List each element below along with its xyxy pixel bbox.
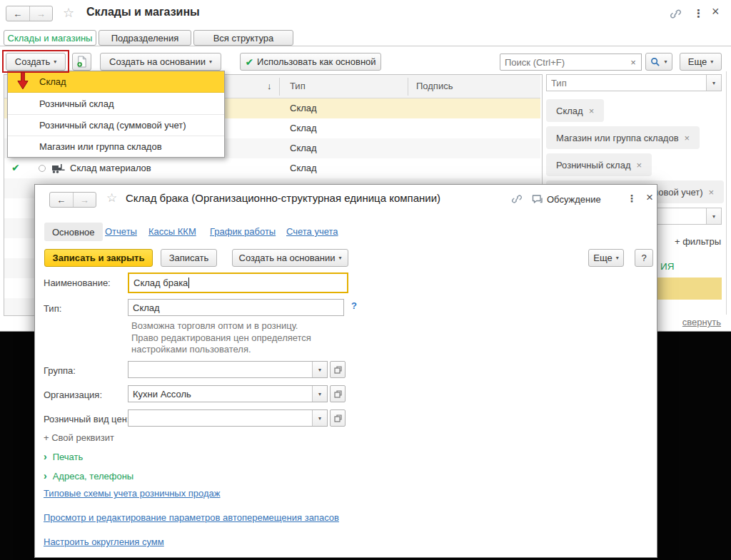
forward-arrow-icon[interactable]: → [74,193,96,207]
forward-arrow-icon[interactable]: → [30,6,53,21]
dialog-history-nav: ← → [49,192,96,208]
group-combobox[interactable]: ▾ [128,361,328,378]
search-button[interactable]: ▾ [645,53,672,71]
chevron-down-icon[interactable]: ▾ [312,386,327,402]
chevron-down-icon[interactable]: ▾ [706,208,721,224]
panel-divider [726,71,727,315]
tab-label: Основное [52,227,95,238]
cell-type: Склад [290,163,317,173]
use-as-main-button[interactable]: ✔ Использовать как основной [240,53,381,71]
organization-open-button[interactable] [330,385,346,402]
group-open-button[interactable] [330,361,346,378]
create-based-on-button[interactable]: Создать на основании▾ [100,53,221,71]
chip-label: Склад [556,106,583,116]
name-field-label: Наименование: [44,278,111,288]
save-button[interactable]: Записать [161,249,217,267]
back-arrow-icon[interactable]: ← [50,193,74,207]
filter-type-input[interactable] [547,75,707,91]
type-hint: Возможна торговля оптом и в розницу. Пра… [131,320,311,356]
chevron-right-icon: › [44,451,47,462]
menu-item-retail-sum[interactable]: Розничный склад (суммовой учет) [8,114,224,136]
save-and-close-button[interactable]: Записать и закрыть [44,249,153,267]
tab-departments[interactable]: Подразделения [99,30,191,46]
link-icon[interactable] [670,9,682,19]
chevron-down-icon[interactable]: ▾ [312,410,327,426]
column-header-type[interactable]: Тип [290,81,306,91]
back-arrow-icon[interactable]: ← [6,6,30,21]
retail-price-open-button[interactable] [330,409,346,427]
filter-type-combobox[interactable]: ▾ [546,74,722,91]
radio-icon[interactable] [39,165,46,172]
tab-whole-structure[interactable]: Вся структура [193,30,293,46]
auto-move-params-link[interactable]: Просмотр и редактирование параметров авт… [44,512,339,523]
dialog-tab-main[interactable]: Основное [44,223,103,241]
table-row[interactable]: ✔ Склад материалов Склад [4,158,540,178]
section-print[interactable]: › Печать [44,451,83,462]
kebab-menu-icon[interactable]: ⋮ [627,193,637,204]
organization-field-label: Организация: [44,390,102,400]
tab-warehouses-and-shops[interactable]: Склады и магазины [4,30,96,46]
tab-label: Склады и магазины [8,33,93,44]
menu-item-shop-group[interactable]: Магазин или группа складов [8,136,224,157]
chip-remove-icon[interactable]: × [685,133,690,143]
more-button[interactable]: Еще▾ [680,53,722,71]
retail-price-field-label: Розничный вид цен: [44,414,129,424]
type-field[interactable]: Склад [128,299,344,316]
retail-schemes-link[interactable]: Типовые схемы учета розничных продаж [44,488,221,499]
magnifier-icon [650,57,660,67]
close-dialog-icon[interactable]: × [646,190,653,205]
type-help-icon[interactable]: ? [351,300,357,311]
organization-combobox[interactable]: Кухни Ассоль ▾ [128,385,328,402]
filter-chip-sklad[interactable]: Склад × [546,99,604,122]
more-button[interactable]: Еще▾ [588,249,624,267]
chip-remove-icon[interactable]: × [589,106,595,116]
group-field-label: Группа: [44,365,76,376]
menu-item-label: Магазин или группа складов [39,141,162,152]
column-header-signature[interactable]: Подпись [416,81,453,91]
favorite-star-icon[interactable]: ☆ [106,190,117,205]
section-addresses[interactable]: › Адреса, телефоны [44,470,133,482]
chevron-down-icon[interactable]: ▾ [312,362,327,377]
custom-attribute-link[interactable]: + Свой реквизит [44,432,114,443]
cell-type: Склад [290,103,317,113]
dialog-nav-accounts[interactable]: Счета учета [286,226,338,237]
text-cursor [188,278,189,288]
search-clear-button[interactable]: × [625,54,642,71]
collapse-link[interactable]: свернуть [682,317,721,327]
create-based-on-button[interactable]: Создать на основании▾ [232,249,348,267]
create-based-label: Создать на основании [239,253,336,263]
dialog-nav-kkm[interactable]: Кассы ККМ [148,226,196,237]
column-divider [408,78,408,96]
filter-chip-retail[interactable]: Розничный склад × [546,153,652,176]
add-filters-link[interactable]: + фильтры [675,236,721,247]
favorite-star-icon[interactable]: ☆ [63,5,74,21]
create-new-item-button[interactable] [72,53,91,71]
tab-label: Подразделения [111,33,179,44]
menu-item-sklad[interactable]: Склад [8,71,224,93]
partial-section-heading: ИЯ [660,261,674,272]
filter-chip-shop-group[interactable]: Магазин или группа складов × [546,126,700,149]
history-nav: ← → [6,6,53,21]
cell-type: Склад [290,123,317,133]
hint-line: настройками пользователя. [131,344,311,356]
chevron-down-icon: ▾ [338,255,341,261]
sort-down-icon[interactable]: ↓ [267,81,272,91]
retail-price-combobox[interactable]: ▾ [128,409,328,427]
dialog-nav-reports[interactable]: Отчеты [105,226,137,237]
chevron-down-icon[interactable]: ▾ [706,75,721,91]
dialog-nav-schedule[interactable]: График работы [210,226,276,237]
chip-remove-icon[interactable]: × [709,187,715,198]
discussion-bubble-icon[interactable] [531,194,543,205]
rounding-settings-link[interactable]: Настроить округления сумм [44,536,164,547]
link-icon[interactable] [511,194,523,204]
name-field[interactable]: Склад брака [128,273,348,293]
search-input[interactable] [500,54,626,71]
discussion-label[interactable]: Обсуждение [547,194,601,205]
menu-item-retail[interactable]: Розничный склад [8,93,224,114]
chip-remove-icon[interactable]: × [637,160,642,170]
kebab-menu-icon[interactable]: ⋮ [693,7,704,20]
hint-line: Возможна торговля оптом и в розницу. [131,320,311,332]
type-field-value: Склад [133,302,160,313]
help-button[interactable]: ? [635,249,653,267]
close-window-icon[interactable]: × [712,4,720,19]
